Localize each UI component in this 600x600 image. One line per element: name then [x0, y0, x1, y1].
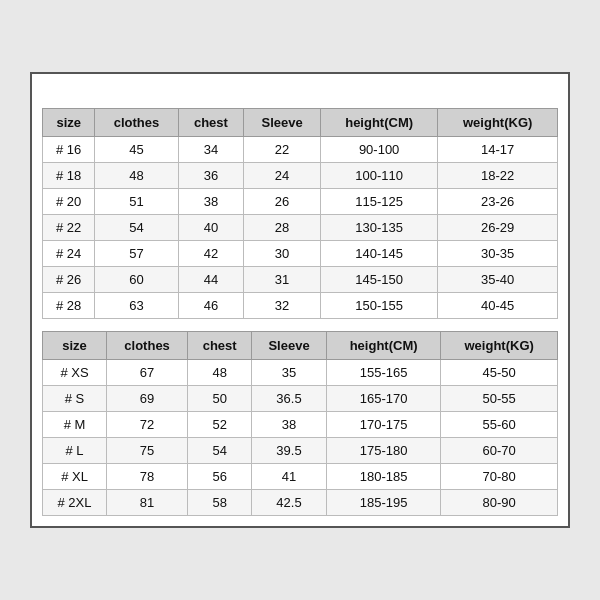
table-cell: 100-110 [320, 163, 437, 189]
table-cell: # M [43, 412, 107, 438]
table-cell: # 2XL [43, 490, 107, 516]
column-header: clothes [107, 332, 188, 360]
table-cell: 45-50 [441, 360, 558, 386]
table-cell: 50 [188, 386, 252, 412]
table-row: # M725238170-17555-60 [43, 412, 558, 438]
table-cell: 41 [252, 464, 327, 490]
table-row: # S695036.5165-17050-55 [43, 386, 558, 412]
table-cell: 32 [244, 293, 321, 319]
table-cell: 36 [178, 163, 244, 189]
table-cell: 24 [244, 163, 321, 189]
table-cell: 75 [107, 438, 188, 464]
table-row: # 22544028130-13526-29 [43, 215, 558, 241]
table1-header: sizeclotheschestSleeveheight(CM)weight(K… [43, 109, 558, 137]
table-row: # 28634632150-15540-45 [43, 293, 558, 319]
table-cell: 54 [188, 438, 252, 464]
table-cell: # 22 [43, 215, 95, 241]
table-cell: 14-17 [438, 137, 558, 163]
table-cell: 54 [95, 215, 178, 241]
table-cell: 50-55 [441, 386, 558, 412]
table-row: # 1645342290-10014-17 [43, 137, 558, 163]
table-cell: 46 [178, 293, 244, 319]
column-header: weight(KG) [438, 109, 558, 137]
table-row: # 26604431145-15035-40 [43, 267, 558, 293]
table-cell: # 20 [43, 189, 95, 215]
column-header: chest [188, 332, 252, 360]
table-cell: 81 [107, 490, 188, 516]
table2-body: # XS674835155-16545-50# S695036.5165-170… [43, 360, 558, 516]
table-row: # 2XL815842.5185-19580-90 [43, 490, 558, 516]
table-cell: 60 [95, 267, 178, 293]
table-cell: 42 [178, 241, 244, 267]
table-row: # 18483624100-11018-22 [43, 163, 558, 189]
column-header: Sleeve [244, 109, 321, 137]
table-cell: 48 [188, 360, 252, 386]
size-chart-card: sizeclotheschestSleeveheight(CM)weight(K… [30, 72, 570, 528]
table-cell: 51 [95, 189, 178, 215]
table-cell: 185-195 [326, 490, 440, 516]
table-cell: 180-185 [326, 464, 440, 490]
table-cell: 115-125 [320, 189, 437, 215]
table-cell: 36.5 [252, 386, 327, 412]
column-header: height(CM) [320, 109, 437, 137]
table-cell: 35-40 [438, 267, 558, 293]
chart-title [42, 84, 558, 108]
table-cell: 80-90 [441, 490, 558, 516]
table-cell: # 16 [43, 137, 95, 163]
table-cell: # L [43, 438, 107, 464]
table-cell: # 24 [43, 241, 95, 267]
table-cell: 18-22 [438, 163, 558, 189]
column-header: size [43, 332, 107, 360]
table-cell: 23-26 [438, 189, 558, 215]
table-cell: 70-80 [441, 464, 558, 490]
table-cell: 48 [95, 163, 178, 189]
table-cell: 34 [178, 137, 244, 163]
table-cell: 145-150 [320, 267, 437, 293]
column-header: Sleeve [252, 332, 327, 360]
table-cell: 30 [244, 241, 321, 267]
table-cell: 155-165 [326, 360, 440, 386]
table-cell: 30-35 [438, 241, 558, 267]
column-header: height(CM) [326, 332, 440, 360]
table-cell: 40-45 [438, 293, 558, 319]
table-cell: 69 [107, 386, 188, 412]
table-cell: 56 [188, 464, 252, 490]
table-cell: 42.5 [252, 490, 327, 516]
column-header: weight(KG) [441, 332, 558, 360]
table-cell: 165-170 [326, 386, 440, 412]
table-row: # L755439.5175-18060-70 [43, 438, 558, 464]
section-gap [42, 319, 558, 331]
table-cell: # XS [43, 360, 107, 386]
table-cell: 58 [188, 490, 252, 516]
size-table-adults: sizeclotheschestSleeveheight(CM)weight(K… [42, 331, 558, 516]
table-cell: 57 [95, 241, 178, 267]
table-cell: 60-70 [441, 438, 558, 464]
table-cell: 72 [107, 412, 188, 438]
table-cell: 28 [244, 215, 321, 241]
table-cell: 44 [178, 267, 244, 293]
table-row: # 20513826115-12523-26 [43, 189, 558, 215]
table-cell: 31 [244, 267, 321, 293]
table-cell: 130-135 [320, 215, 437, 241]
table-cell: 170-175 [326, 412, 440, 438]
table-cell: 55-60 [441, 412, 558, 438]
table-cell: 140-145 [320, 241, 437, 267]
table-row: # XS674835155-16545-50 [43, 360, 558, 386]
table-cell: # 18 [43, 163, 95, 189]
table-cell: 38 [252, 412, 327, 438]
table-cell: 78 [107, 464, 188, 490]
table2-header: sizeclotheschestSleeveheight(CM)weight(K… [43, 332, 558, 360]
size-table-children: sizeclotheschestSleeveheight(CM)weight(K… [42, 108, 558, 319]
table-cell: # XL [43, 464, 107, 490]
table-cell: # 28 [43, 293, 95, 319]
column-header: chest [178, 109, 244, 137]
table-cell: # 26 [43, 267, 95, 293]
table-cell: 90-100 [320, 137, 437, 163]
table-cell: 67 [107, 360, 188, 386]
table-cell: 40 [178, 215, 244, 241]
table-row: # 24574230140-14530-35 [43, 241, 558, 267]
table1-body: # 1645342290-10014-17# 18483624100-11018… [43, 137, 558, 319]
table-cell: 45 [95, 137, 178, 163]
table-cell: 175-180 [326, 438, 440, 464]
table-cell: 38 [178, 189, 244, 215]
